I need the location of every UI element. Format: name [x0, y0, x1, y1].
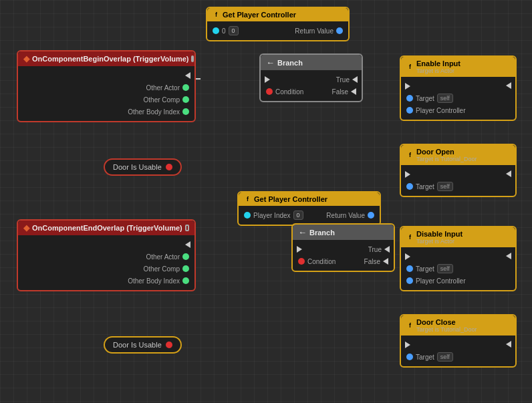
door-is-usable-label-2: Door Is Usable: [113, 341, 162, 349]
end-overlap-actor-row: Other Actor: [18, 251, 194, 263]
enable-target-row: Target self: [401, 92, 515, 104]
door-is-usable-pin-1: [166, 164, 172, 170]
enable-exec-in: [405, 83, 410, 90]
begin-overlap-actor-pin: [182, 84, 189, 91]
player-index-value[interactable]: 0: [229, 26, 239, 35]
enable-input-title: Enable Input: [416, 59, 460, 68]
condition-row-2: Condition False: [293, 255, 394, 267]
false-label-2: False: [364, 258, 380, 265]
door-is-usable-pin-2: [166, 342, 172, 348]
branch-2-title: Branch: [309, 229, 335, 237]
door-close-target-label: Target: [416, 354, 434, 361]
door-open-exec-in: [405, 171, 410, 178]
door-open-exec-row: [401, 168, 515, 180]
enable-pc-pin: [406, 107, 413, 114]
disable-input-node[interactable]: f Disable Input Target is Actor Target s…: [400, 226, 517, 291]
branch-icon-2: ←: [298, 227, 307, 237]
diamond-icon-1: ◆: [23, 54, 29, 63]
door-open-target-row: Target self: [401, 180, 515, 192]
diamond-icon-2: ◆: [23, 223, 29, 233]
on-begin-overlap-node[interactable]: ◆ OnComponentBeginOverlap (TriggerVolume…: [17, 50, 196, 122]
enable-function-icon: f: [406, 63, 414, 71]
begin-overlap-header: ◆ OnComponentBeginOverlap (TriggerVolume…: [18, 51, 194, 66]
close-icon-2[interactable]: [185, 225, 189, 231]
end-overlap-actor-label: Other Actor: [146, 253, 180, 261]
enable-input-subtitle: Target is Actor: [416, 68, 460, 74]
branch-1-exec-in: [265, 76, 270, 83]
enable-input-body: Target self Player Controller: [401, 77, 515, 120]
branch-node-2[interactable]: ← Branch True Condition False: [291, 223, 395, 272]
door-close-target-row: Target self: [401, 351, 515, 363]
on-end-overlap-node[interactable]: ◆ OnComponentEndOverlap (TriggerVolume) …: [17, 219, 196, 291]
end-overlap-comp-label: Other Comp: [144, 265, 180, 273]
get-player-controller-node-1[interactable]: f Get Player Controller 0 0 Return Value: [206, 7, 350, 41]
disable-target-row: Target self: [401, 263, 515, 275]
disable-pc-row: Player Controller: [401, 275, 515, 287]
door-open-target-label: Target: [416, 183, 434, 190]
player-index-pin: [213, 27, 219, 34]
door-open-node[interactable]: f Door Open Target is Tutorial_Door Targ…: [400, 144, 517, 197]
end-overlap-body-row: Other Body Index: [18, 275, 194, 287]
end-overlap-exec: [18, 239, 194, 251]
disable-input-title: Disable Input: [416, 230, 462, 238]
disable-function-icon: f: [406, 233, 414, 241]
branch-1-header: ← Branch: [261, 55, 362, 70]
player-index-label: 0: [222, 27, 226, 35]
door-open-function-icon: f: [406, 151, 414, 159]
begin-overlap-title: OnComponentBeginOverlap (TriggerVolume): [32, 55, 188, 63]
branch-2-true-pin: [384, 246, 390, 253]
return-value-pin-2: [368, 212, 374, 219]
begin-overlap-actor-label: Other Actor: [146, 84, 180, 92]
end-overlap-body-pin: [182, 277, 189, 284]
player-index-value-2[interactable]: 0: [293, 211, 303, 220]
begin-overlap-body-pin: [182, 108, 189, 115]
condition-label-1: Condition: [275, 88, 303, 96]
branch-2-exec-row: True: [293, 243, 394, 255]
door-is-usable-node-1[interactable]: Door Is Usable: [104, 158, 182, 176]
enable-pc-label: Player Controller: [416, 107, 465, 114]
enable-exec-row: [401, 80, 515, 92]
branch-1-false-pin: [351, 88, 356, 95]
door-close-exec-in: [405, 342, 410, 348]
return-value-pin: [336, 27, 343, 34]
branch-node-1[interactable]: ← Branch True Condition False: [259, 53, 363, 102]
close-icon-1[interactable]: [191, 55, 194, 62]
begin-overlap-body-row: Other Body Index: [18, 106, 194, 118]
door-open-exec-out: [506, 170, 511, 177]
disable-exec-row: [401, 251, 515, 263]
player-index-row-2: Player Index 0 Return Value: [239, 209, 380, 221]
begin-overlap-comp-row: Other Comp: [18, 94, 194, 106]
disable-exec-in: [405, 253, 410, 260]
return-value-label: Return Value: [295, 27, 334, 35]
door-is-usable-node-2[interactable]: Door Is Usable: [104, 336, 182, 354]
door-close-node[interactable]: f Door Close Target is Tutorial_Door Tar…: [400, 314, 517, 368]
door-open-body: Target self: [401, 165, 515, 196]
player-index-row: 0 0 Return Value: [207, 25, 348, 37]
door-close-header: f Door Close Target is Tutorial_Door: [401, 315, 515, 335]
enable-self-badge: self: [437, 94, 453, 103]
player-index-pin-2: [244, 212, 251, 219]
false-label-1: False: [332, 88, 348, 96]
disable-pc-label: Player Controller: [416, 277, 465, 285]
end-overlap-exec-pin: [185, 241, 190, 248]
get-player-controller-1-header: f Get Player Controller: [207, 8, 348, 21]
enable-pc-row: Player Controller: [401, 104, 515, 116]
end-overlap-comp-pin: [182, 265, 189, 272]
get-player-controller-1-body: 0 0 Return Value: [207, 21, 348, 40]
disable-input-body: Target self Player Controller: [401, 247, 515, 290]
end-overlap-actor-pin: [182, 253, 189, 260]
door-close-subtitle: Target is Tutorial_Door: [416, 326, 477, 333]
door-is-usable-label-1: Door Is Usable: [113, 163, 162, 171]
get-player-controller-node-2[interactable]: f Get Player Controller Player Index 0 R…: [237, 191, 381, 226]
function-icon-1: f: [213, 11, 220, 19]
disable-target-label: Target: [416, 265, 434, 273]
door-open-title: Door Open: [416, 148, 477, 156]
begin-overlap-comp-pin: [182, 96, 189, 103]
enable-input-node[interactable]: f Enable Input Target is Actor Target se…: [400, 55, 517, 121]
end-overlap-comp-row: Other Comp: [18, 263, 194, 275]
disable-input-subtitle: Target is Actor: [416, 238, 462, 245]
disable-pc-pin: [406, 277, 413, 284]
door-close-target-pin: [406, 354, 413, 360]
branch-1-body: True Condition False: [261, 70, 362, 101]
branch-icon-1: ←: [266, 57, 275, 68]
